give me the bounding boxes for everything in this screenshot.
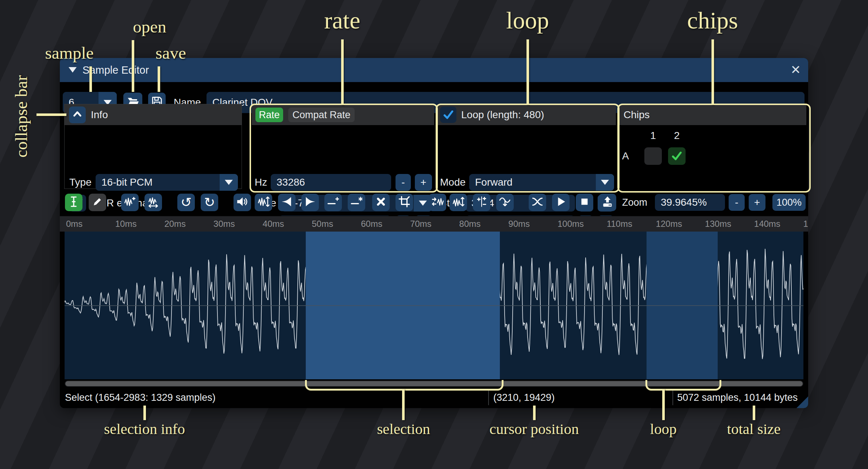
- speaker-icon: [236, 195, 248, 209]
- apply-silence-button[interactable]: [348, 194, 365, 211]
- zoom-input[interactable]: 39.9645%: [655, 194, 725, 211]
- tab-compat-rate[interactable]: Compat Rate: [288, 108, 355, 122]
- fade-out-button[interactable]: [301, 194, 319, 211]
- selection-info-text: Select (1654-2983: 1329 samples): [65, 388, 216, 407]
- pencil-icon: [91, 195, 104, 209]
- wave-plus-icon: [124, 195, 136, 209]
- rate-panel-header: Rate Compat Rate: [252, 104, 434, 125]
- window-resize-grip[interactable]: [796, 396, 808, 408]
- timeline-label: 60ms: [361, 216, 382, 232]
- chevron-up-icon: [71, 108, 84, 122]
- cursor-position-text: (3210, 19429): [493, 388, 555, 407]
- resample-button[interactable]: [144, 194, 162, 211]
- play-icon: [555, 195, 567, 209]
- silence-star-icon: [350, 195, 363, 209]
- chip-column-2: 2: [668, 128, 686, 143]
- annotation-open: open: [133, 17, 166, 36]
- stop-button[interactable]: [576, 194, 593, 211]
- crop-icon: [398, 195, 410, 209]
- status-separator: [488, 390, 489, 405]
- play-button[interactable]: [552, 194, 570, 211]
- hz-increase-button[interactable]: +: [415, 174, 432, 191]
- select-tool-button[interactable]: [65, 194, 82, 211]
- annotation-loop: loop: [506, 7, 549, 34]
- sign-button[interactable]: [473, 194, 490, 211]
- wave-invert-icon: [452, 195, 464, 209]
- chip-checkbox-1[interactable]: [644, 147, 662, 165]
- window-collapse-icon[interactable]: [69, 67, 77, 73]
- waveform-center-line: [65, 305, 803, 306]
- upload-icon: [601, 195, 614, 209]
- silence-plus-icon: [327, 195, 339, 209]
- annotation-selection-info: selection info: [104, 420, 185, 438]
- loop-mode-select[interactable]: Forward: [469, 174, 614, 191]
- ibeam-cursor-icon: [67, 195, 80, 209]
- crossfade-button[interactable]: [529, 194, 546, 211]
- tab-rate[interactable]: Rate: [255, 108, 283, 122]
- timeline-label: 110ms: [607, 216, 632, 232]
- chevron-down-icon[interactable]: [220, 174, 238, 191]
- hz-value: 33286: [277, 174, 305, 191]
- horizontal-scrollbar[interactable]: [65, 380, 803, 387]
- annotation-collapse-bar: collapse bar: [11, 43, 31, 189]
- timeline-label: 20ms: [164, 216, 186, 232]
- timeline-label: 130ms: [705, 216, 731, 232]
- timeline-label: 120ms: [656, 216, 682, 232]
- normalize-button[interactable]: [255, 194, 272, 211]
- type-label: Type: [69, 174, 92, 191]
- waveform-display[interactable]: [65, 232, 803, 379]
- annotation-chips: chips: [687, 7, 738, 34]
- timeline-ruler[interactable]: 0ms10ms20ms30ms40ms50ms60ms70ms80ms90ms1…: [60, 216, 808, 232]
- timeline-label: 10ms: [115, 216, 137, 232]
- loop-panel: Loop (length: 480) Mode Forward Start 39…: [437, 104, 616, 189]
- scrollbar-handle[interactable]: [65, 381, 803, 386]
- chips-panel-header: Chips: [618, 104, 806, 125]
- total-size-text: 5072 samples, 10144 bytes: [677, 388, 798, 407]
- hz-input[interactable]: 33286: [271, 174, 391, 191]
- info-panel-title: Info: [91, 104, 108, 125]
- amplify-button[interactable]: [234, 194, 251, 211]
- zoom-reset-button[interactable]: 100%: [772, 194, 806, 211]
- undo-icon: ↺: [181, 196, 192, 209]
- fade-in-button[interactable]: [278, 194, 296, 211]
- export-sample-button[interactable]: [599, 194, 616, 211]
- draw-tool-button[interactable]: [89, 194, 106, 211]
- delete-button[interactable]: [372, 194, 390, 211]
- loop-panel-title: Loop (length: 480): [461, 104, 544, 125]
- hz-decrease-button[interactable]: -: [396, 174, 411, 191]
- close-icon[interactable]: ✕: [791, 58, 801, 81]
- redo-button[interactable]: ↻: [201, 194, 218, 211]
- invert-button[interactable]: [450, 194, 467, 211]
- filter-button[interactable]: [496, 194, 514, 211]
- loop-panel-header: Loop (length: 480): [437, 104, 616, 125]
- zoom-label: Zoom: [622, 194, 647, 211]
- wave-filter-icon: [499, 195, 511, 209]
- zoom-out-button[interactable]: -: [729, 194, 745, 211]
- chips-panel-title: Chips: [624, 104, 650, 125]
- timeline-label: 30ms: [213, 216, 235, 232]
- trim-button[interactable]: [396, 194, 413, 211]
- insert-silence-button[interactable]: [324, 194, 342, 211]
- wave-vertical-arrows-icon: [257, 195, 270, 209]
- chip-checkbox-2[interactable]: [668, 147, 686, 165]
- zoom-in-button[interactable]: +: [749, 194, 765, 211]
- status-separator: [672, 390, 673, 405]
- collapse-bar-button[interactable]: [69, 106, 86, 123]
- resize-button[interactable]: [121, 194, 139, 211]
- crossfade-icon: [531, 195, 544, 209]
- timeline-label: 90ms: [508, 216, 530, 232]
- type-value: 16-bit PCM: [101, 174, 153, 191]
- timeline-label: 100ms: [558, 216, 584, 232]
- loop-mode-value: Forward: [475, 174, 513, 191]
- title-bar[interactable]: Sample Editor ✕: [60, 58, 808, 82]
- undo-button[interactable]: ↺: [177, 194, 195, 211]
- fade-in-icon: [281, 195, 293, 209]
- loop-enable-checkbox[interactable]: [440, 106, 456, 123]
- timeline-label: 40ms: [263, 216, 284, 232]
- reverse-button[interactable]: [429, 194, 446, 211]
- mode-label: Mode: [440, 174, 466, 191]
- type-select[interactable]: 16-bit PCM: [96, 174, 238, 191]
- zoom-value: 39.9645%: [661, 194, 707, 211]
- info-panel: Info Type 16-bit PCM BRR emphasis: [65, 104, 242, 189]
- chevron-down-icon[interactable]: [596, 174, 614, 191]
